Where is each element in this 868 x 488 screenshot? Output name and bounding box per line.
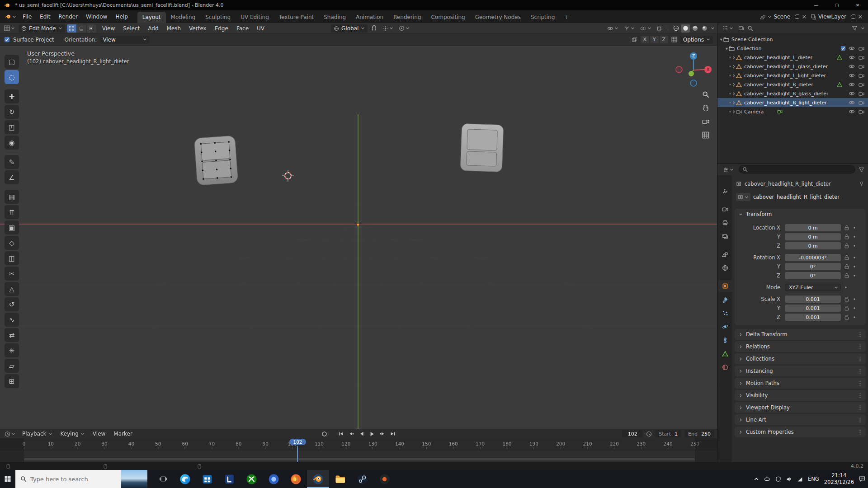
properties-tab-world[interactable] bbox=[718, 262, 732, 274]
timeline-menu-playback[interactable]: Playback bbox=[18, 429, 57, 438]
tool-spin[interactable]: ↺ bbox=[5, 297, 19, 311]
pan-button[interactable] bbox=[700, 103, 711, 113]
vertex-select-button[interactable] bbox=[67, 24, 76, 33]
drag-handle-icon[interactable] bbox=[858, 356, 862, 362]
minimize-button[interactable]: — bbox=[806, 0, 826, 10]
viewport-menu-view[interactable]: View bbox=[98, 24, 119, 33]
panel-motion-paths[interactable]: Motion Paths bbox=[735, 378, 866, 389]
panel-line-art[interactable]: Line Art bbox=[735, 414, 866, 425]
tool-rotate[interactable]: ↻ bbox=[5, 105, 19, 119]
mode-dropdown[interactable]: Edit Mode bbox=[19, 24, 65, 33]
drag-handle-icon[interactable] bbox=[858, 417, 862, 423]
lock-open-icon[interactable] bbox=[844, 243, 849, 249]
lock-open-icon[interactable] bbox=[844, 314, 849, 320]
tool-loop-cut[interactable]: ◫ bbox=[5, 251, 19, 265]
properties-tab-particles[interactable] bbox=[718, 307, 732, 319]
properties-tab-material[interactable] bbox=[718, 361, 732, 373]
stopwatch-icon[interactable] bbox=[646, 431, 652, 437]
outliner-item-cabover-headlight-r-dieter[interactable]: cabover_headlight_R_dieter bbox=[717, 80, 868, 89]
panel-instancing[interactable]: Instancing bbox=[735, 366, 866, 376]
timeline-menu-keying[interactable]: Keying bbox=[57, 429, 89, 438]
properties-tab-constraints[interactable] bbox=[718, 334, 732, 346]
drag-handle-icon[interactable] bbox=[858, 380, 862, 386]
ortho-toggle-button[interactable] bbox=[700, 130, 711, 141]
tool-extrude-region[interactable]: ⇈ bbox=[5, 205, 19, 219]
taskbar-blender-button[interactable] bbox=[307, 470, 329, 488]
hide-in-viewport-icon[interactable] bbox=[849, 81, 855, 88]
filter-icon[interactable] bbox=[852, 25, 858, 31]
outliner-editor-type-button[interactable] bbox=[721, 24, 735, 32]
panel-custom-properties[interactable]: Custom Properties bbox=[735, 427, 866, 437]
viewlayer-selector[interactable]: ViewLayer bbox=[809, 13, 848, 21]
tool-measure[interactable]: ∠ bbox=[5, 170, 19, 184]
viewport-menu-add[interactable]: Add bbox=[144, 24, 162, 33]
hide-in-viewport-icon[interactable] bbox=[849, 54, 855, 61]
animate-dot-icon[interactable] bbox=[853, 306, 856, 310]
rotation-mode-dropdown[interactable]: XYZ Euler bbox=[785, 284, 841, 291]
timeline-menu-view[interactable]: View bbox=[89, 429, 109, 438]
clock[interactable]: 21:14 2023/12/26 bbox=[824, 472, 854, 486]
workspace-tab-compositing[interactable]: Compositing bbox=[426, 12, 470, 23]
chevron-down-icon[interactable] bbox=[861, 26, 865, 30]
disable-in-renders-icon[interactable] bbox=[859, 64, 864, 70]
jump-to-end-button[interactable] bbox=[389, 431, 396, 437]
workspace-tab-animation[interactable]: Animation bbox=[351, 12, 388, 23]
properties-tab-tool[interactable] bbox=[718, 185, 732, 197]
disable-in-renders-icon[interactable] bbox=[859, 91, 864, 97]
outliner-item-cabover-headlight-l-dieter[interactable]: cabover_headlight_L_dieter bbox=[717, 53, 868, 62]
face-select-button[interactable] bbox=[87, 24, 96, 33]
tool-shrink-fatten[interactable]: ✳ bbox=[5, 343, 19, 357]
editor-type-button[interactable] bbox=[2, 24, 17, 32]
gizmos-dropdown[interactable] bbox=[622, 24, 637, 32]
object-browse-button[interactable] bbox=[736, 193, 750, 201]
animate-dot-icon[interactable] bbox=[853, 226, 856, 230]
outliner-search-icon[interactable] bbox=[747, 25, 753, 31]
surface-project-checkbox[interactable] bbox=[4, 37, 10, 42]
tool-inset-faces[interactable]: ▣ bbox=[5, 221, 19, 235]
tool-bevel[interactable]: ◇ bbox=[5, 236, 19, 250]
outliner-scene-collection[interactable]: Scene Collection bbox=[717, 35, 868, 44]
new-viewlayer-icon[interactable] bbox=[850, 14, 856, 19]
viewport-menu-mesh[interactable]: Mesh bbox=[163, 24, 185, 33]
tool-shear[interactable]: ▱ bbox=[5, 359, 19, 373]
workspace-tab-uv-editing[interactable]: UV Editing bbox=[236, 12, 274, 23]
lock-open-icon[interactable] bbox=[844, 305, 849, 311]
taskbar-search-input[interactable] bbox=[30, 476, 103, 483]
maximize-button[interactable]: ▢ bbox=[826, 0, 847, 10]
play-button[interactable] bbox=[368, 431, 376, 437]
menu-file[interactable]: File bbox=[19, 12, 36, 21]
next-keyframe-button[interactable] bbox=[379, 431, 386, 437]
mirror-x-button[interactable]: X bbox=[641, 36, 649, 43]
timeline-ruler[interactable]: 0102030405060708090100110120130140150160… bbox=[0, 438, 717, 451]
auto-keying-toggle[interactable] bbox=[321, 431, 328, 437]
tool-poly-build[interactable]: △ bbox=[5, 282, 19, 296]
options-dropdown[interactable]: Options bbox=[680, 36, 713, 44]
lock-open-icon[interactable] bbox=[844, 225, 849, 230]
timeline-editor-type-button[interactable] bbox=[3, 430, 17, 438]
navigation-gizmo[interactable]: Z X bbox=[675, 50, 712, 88]
workspace-tab-modeling[interactable]: Modeling bbox=[166, 12, 201, 23]
panel-delta-transform[interactable]: Delta Transform bbox=[735, 329, 866, 340]
properties-tab-object[interactable] bbox=[718, 280, 732, 292]
drag-handle-icon[interactable] bbox=[858, 393, 862, 399]
camera-view-button[interactable] bbox=[700, 116, 711, 127]
drag-handle-icon[interactable] bbox=[858, 344, 862, 350]
z-number-field[interactable]: 0° bbox=[785, 272, 841, 279]
disable-in-renders-icon[interactable] bbox=[859, 55, 864, 61]
taskbar-task-view-button[interactable] bbox=[152, 470, 174, 488]
edge-select-button[interactable] bbox=[77, 24, 86, 33]
animate-dot-icon[interactable] bbox=[853, 235, 856, 239]
taskbar-search-box[interactable] bbox=[15, 470, 147, 488]
taskbar-office-button[interactable] bbox=[218, 470, 241, 488]
animate-dot-icon[interactable] bbox=[853, 256, 856, 259]
disable-in-renders-icon[interactable] bbox=[859, 109, 864, 115]
y-number-field[interactable]: 0 m bbox=[785, 233, 841, 240]
lock-open-icon[interactable] bbox=[844, 296, 849, 302]
previous-keyframe-button[interactable] bbox=[348, 431, 355, 437]
3d-scene[interactable] bbox=[0, 46, 717, 429]
tool-scale[interactable]: ◰ bbox=[5, 120, 19, 134]
drag-handle-icon[interactable] bbox=[858, 332, 862, 338]
overlays-dropdown[interactable] bbox=[638, 24, 653, 33]
outliner-collection[interactable]: Collection bbox=[717, 44, 868, 53]
tool-rip-region[interactable]: ⊞ bbox=[5, 374, 19, 388]
